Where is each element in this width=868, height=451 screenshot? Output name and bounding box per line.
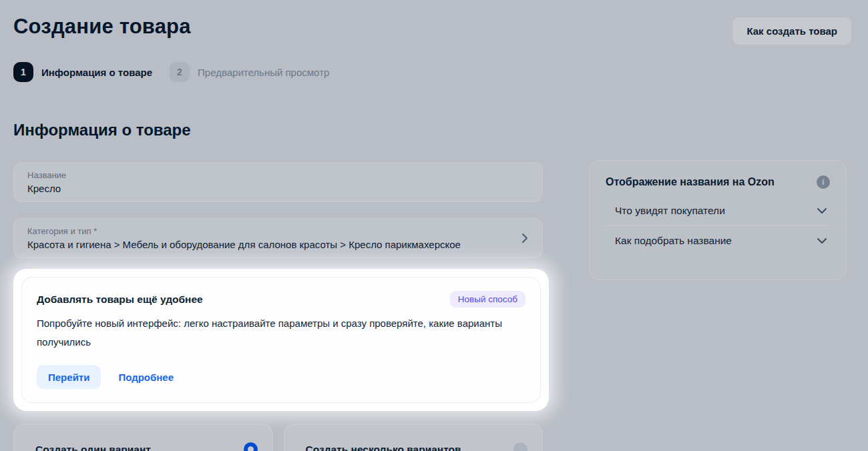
step-indicator: 1 Информация о товаре 2 Предварительный … [13, 62, 868, 82]
promo-card: Добавлять товары ещё удобнее Новый спосо… [21, 277, 541, 403]
learn-more-link[interactable]: Подробнее [118, 372, 174, 383]
title-display-panel: Отображение названия на Ozon i Что увидя… [589, 160, 847, 280]
accordion-item-what-buyers-see[interactable]: Что увидят покупатели [606, 195, 830, 226]
form-column: Название Кресло Категория и тип * Красот… [13, 162, 543, 451]
variant-option-multiple[interactable]: Создать несколько вариантов [284, 424, 544, 451]
promo-card-header: Добавлять товары ещё удобнее Новый спосо… [37, 291, 525, 308]
variant-options-row: Создать один вариант Создать несколько в… [13, 424, 543, 451]
page-header: Создание товара Как создать товар [0, 0, 868, 45]
how-to-create-button[interactable]: Как создать товар [732, 17, 851, 45]
promo-description: Попробуйте новый интерфейс: легко настра… [37, 314, 504, 352]
variant-option-multiple-label: Создать несколько вариантов [306, 444, 461, 451]
step-label-2: Предварительный просмотр [198, 67, 329, 78]
product-creation-page: Создание товара Как создать товар 1 Инфо… [0, 0, 868, 451]
step-number-badge-2: 2 [170, 62, 190, 82]
title-display-panel-title: Отображение названия на Ozon [606, 176, 775, 188]
info-icon[interactable]: i [817, 175, 830, 189]
step-tab-product-info[interactable]: 1 Информация о товаре [13, 62, 152, 82]
promo-title: Добавлять товары ещё удобнее [37, 294, 203, 306]
step-number-badge-1: 1 [13, 62, 33, 82]
name-field-label: Название [27, 169, 529, 181]
category-field-value: Красота и гигиена > Мебель и оборудовани… [27, 238, 529, 251]
page-title: Создание товара [13, 15, 191, 39]
step-label-1: Информация о товаре [41, 67, 152, 78]
go-to-button[interactable]: Перейти [37, 365, 101, 389]
category-field[interactable]: Категория и тип * Красота и гигиена > Ме… [13, 218, 543, 258]
chevron-down-icon [817, 235, 827, 247]
category-field-label: Категория и тип * [27, 226, 529, 238]
title-display-panel-header: Отображение названия на Ozon i [606, 174, 830, 190]
radio-selected-icon[interactable] [244, 442, 258, 451]
chevron-right-icon [521, 232, 529, 244]
name-field[interactable]: Название Кресло [13, 162, 543, 202]
variant-option-single-label: Создать один вариант [35, 444, 151, 451]
new-method-badge: Новый способ [450, 291, 525, 308]
section-heading: Информация о товаре [13, 121, 868, 139]
radio-unselected-icon[interactable] [513, 442, 527, 451]
accordion-item-how-to-choose-name[interactable]: Как подобрать название [606, 226, 830, 256]
step-tab-preview[interactable]: 2 Предварительный просмотр [170, 62, 329, 82]
title-display-accordion: Что увидят покупатели Как подобрать назв… [606, 195, 830, 256]
name-field-value: Кресло [27, 181, 529, 195]
accordion-item-label: Как подобрать название [615, 235, 732, 247]
promo-spotlight: Добавлять товары ещё удобнее Новый спосо… [13, 269, 549, 411]
chevron-down-icon [817, 205, 827, 217]
promo-actions: Перейти Подробнее [37, 365, 525, 389]
variant-option-single[interactable]: Создать один вариант [13, 424, 273, 451]
accordion-item-label: Что увидят покупатели [615, 205, 725, 217]
